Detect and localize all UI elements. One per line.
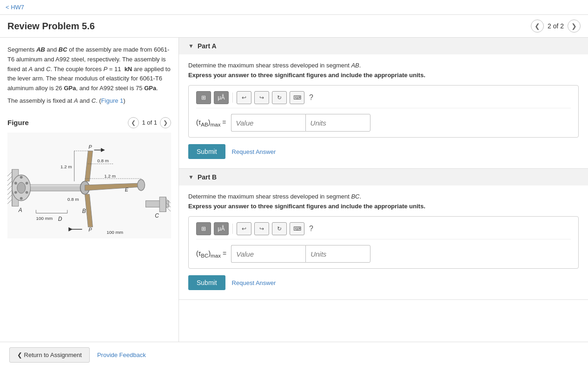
part-b-value-input[interactable] <box>231 245 305 263</box>
part-a-refresh-button[interactable]: ↻ <box>272 91 287 104</box>
part-a-label: Part A <box>198 42 217 50</box>
page-header: Review Problem 5.6 ❮ 2 of 2 ❯ <box>0 15 588 38</box>
part-b-submit-button[interactable]: Submit <box>188 275 225 290</box>
part-b-request-link[interactable]: Request Answer <box>232 279 276 286</box>
svg-point-13 <box>20 197 23 200</box>
svg-point-16 <box>14 191 17 194</box>
next-page-button[interactable]: ❯ <box>568 20 581 33</box>
part-b-equation-label: (τBC)max = <box>196 250 226 258</box>
part-b-help-icon[interactable]: ? <box>309 225 313 233</box>
part-a-instruction: Express your answer to three significant… <box>188 72 579 79</box>
part-b-answer-box: ⊞ μÅ ↩ ↪ ↻ ⌨ ? (τBC)max = <box>188 216 579 269</box>
part-a-body: Determine the maximum shear stress devel… <box>179 54 588 168</box>
top-nav: < HW7 <box>0 0 588 15</box>
part-a-header[interactable]: ▼ Part A <box>179 38 588 54</box>
part-a-section: ▼ Part A Determine the maximum shear str… <box>179 38 588 169</box>
svg-text:B: B <box>82 208 86 214</box>
part-a-chevron-icon: ▼ <box>188 43 194 49</box>
figure-image: A <box>7 132 171 239</box>
part-b-mu-button[interactable]: μÅ <box>214 222 229 235</box>
svg-point-15 <box>26 182 28 185</box>
part-a-answer-box: ⊞ μÅ ↩ ↪ ↻ ⌨ ? (τAB)max = <box>188 85 579 138</box>
part-b-refresh-button[interactable]: ↻ <box>272 222 287 235</box>
svg-rect-40 <box>159 197 166 212</box>
svg-point-14 <box>14 182 17 185</box>
figure-nav: ❮ 1 of 1 ❯ <box>128 117 171 128</box>
part-b-label: Part B <box>198 173 217 181</box>
figure-next-button[interactable]: ❯ <box>160 117 171 128</box>
part-b-instruction: Express your answer to three significant… <box>188 203 579 210</box>
prev-page-button[interactable]: ❮ <box>531 20 544 33</box>
figure-title: Figure <box>7 119 29 126</box>
main-layout: Segments AB and BC of the assembly are m… <box>0 38 588 342</box>
svg-point-11 <box>17 182 26 193</box>
part-b-chevron-icon: ▼ <box>188 174 194 180</box>
part-a-input-row: (τAB)max = <box>196 114 571 132</box>
pagination-text: 2 of 2 <box>548 22 564 30</box>
part-a-equation-label: (τAB)max = <box>196 119 226 127</box>
part-a-action-row: Submit Request Answer <box>188 144 579 159</box>
part-a-mu-button[interactable]: μÅ <box>214 91 229 104</box>
part-b-undo-button[interactable]: ↩ <box>237 222 251 235</box>
svg-rect-20 <box>31 185 86 186</box>
part-a-units-input[interactable] <box>305 114 370 132</box>
svg-text:P: P <box>89 227 92 232</box>
svg-text:D: D <box>58 216 62 222</box>
part-b-body: Determine the maximum shear stress devel… <box>179 186 588 299</box>
part-a-description: Determine the maximum shear stress devel… <box>188 62 579 69</box>
svg-text:C: C <box>155 212 159 219</box>
svg-text:1.2 m: 1.2 m <box>60 164 72 169</box>
svg-text:E: E <box>125 187 129 192</box>
svg-point-12 <box>20 176 23 179</box>
svg-text:0.8 m: 0.8 m <box>97 158 109 163</box>
pagination-controls: ❮ 2 of 2 ❯ <box>531 20 581 33</box>
part-b-keyboard-button[interactable]: ⌨ <box>290 222 304 235</box>
part-a-keyboard-button[interactable]: ⌨ <box>290 91 304 104</box>
svg-text:100 mm: 100 mm <box>106 230 123 235</box>
page-title: Review Problem 5.6 <box>7 21 95 32</box>
svg-text:100 mm: 100 mm <box>36 216 53 221</box>
part-a-toolbar-sep <box>232 93 233 103</box>
part-b-toolbar: ⊞ μÅ ↩ ↪ ↻ ⌨ ? <box>196 222 571 239</box>
svg-text:A: A <box>18 206 22 213</box>
problem-text: Segments AB and BC of the assembly are m… <box>7 45 171 106</box>
part-a-help-icon[interactable]: ? <box>309 93 313 102</box>
return-to-assignment-button[interactable]: ❮ Return to Assignment <box>9 347 90 363</box>
svg-point-17 <box>26 191 28 194</box>
svg-text:P: P <box>89 144 92 149</box>
left-panel: Segments AB and BC of the assembly are m… <box>0 38 179 342</box>
part-b-toolbar-sep <box>232 224 233 234</box>
part-a-submit-button[interactable]: Submit <box>188 144 225 159</box>
part-b-header[interactable]: ▼ Part B <box>179 169 588 186</box>
part-b-description: Determine the maximum shear stress devel… <box>188 193 579 200</box>
figure-link[interactable]: Figure 1 <box>101 97 124 104</box>
part-b-action-row: Submit Request Answer <box>188 275 579 290</box>
figure-section: Figure ❮ 1 of 1 ❯ <box>7 117 171 239</box>
back-link[interactable]: < HW7 <box>6 4 24 11</box>
part-b-units-input[interactable] <box>305 245 370 263</box>
part-a-undo-button[interactable]: ↩ <box>237 91 251 104</box>
part-b-input-row: (τBC)max = <box>196 245 571 263</box>
svg-point-25 <box>138 179 145 191</box>
svg-text:0.8 m: 0.8 m <box>67 197 79 202</box>
part-a-value-input[interactable] <box>231 114 305 132</box>
figure-header: Figure ❮ 1 of 1 ❯ <box>7 117 171 128</box>
part-a-grid-button[interactable]: ⊞ <box>196 91 211 104</box>
figure-prev-button[interactable]: ❮ <box>128 117 139 128</box>
right-panel: ▼ Part A Determine the maximum shear str… <box>179 38 588 342</box>
provide-feedback-link[interactable]: Provide Feedback <box>97 351 146 358</box>
part-a-toolbar: ⊞ μÅ ↩ ↪ ↻ ⌨ ? <box>196 91 571 108</box>
part-b-grid-button[interactable]: ⊞ <box>196 222 211 235</box>
part-b-section: ▼ Part B Determine the maximum shear str… <box>179 169 588 300</box>
figure-page: 1 of 1 <box>142 119 157 126</box>
svg-text:1.2 m: 1.2 m <box>104 173 116 179</box>
part-a-request-link[interactable]: Request Answer <box>232 148 276 155</box>
bottom-bar: ❮ Return to Assignment Provide Feedback <box>0 342 588 368</box>
part-b-redo-button[interactable]: ↪ <box>254 222 269 235</box>
part-a-redo-button[interactable]: ↪ <box>254 91 269 104</box>
